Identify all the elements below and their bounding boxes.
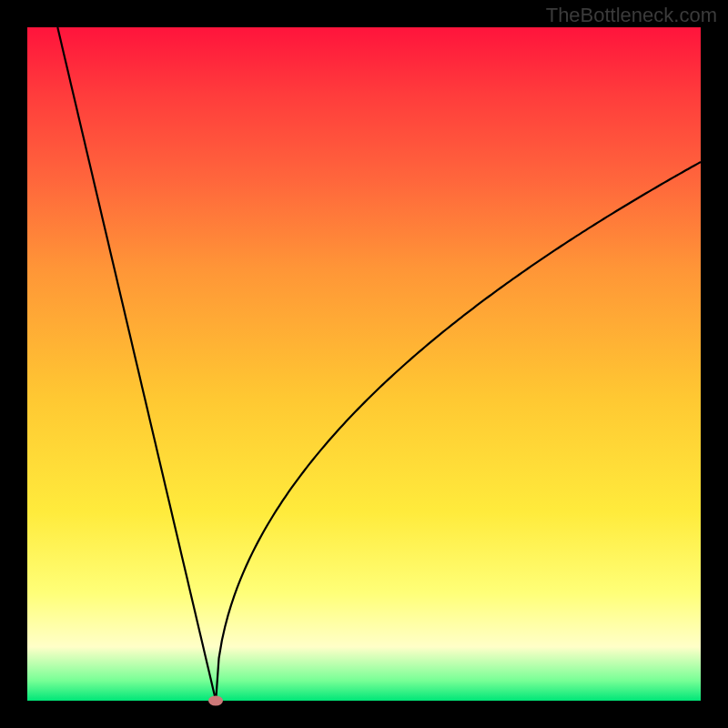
plot-area	[27, 27, 701, 701]
curve-svg	[27, 27, 701, 701]
bottleneck-curve	[57, 27, 701, 701]
chart-container: TheBottleneck.com	[0, 0, 728, 728]
minimum-marker	[208, 696, 223, 706]
watermark-text: TheBottleneck.com	[546, 4, 717, 27]
